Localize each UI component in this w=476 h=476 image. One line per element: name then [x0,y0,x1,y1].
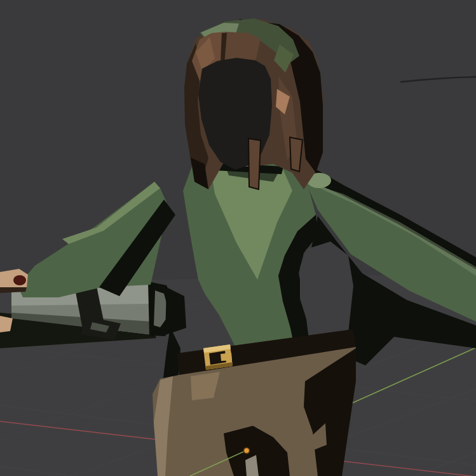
head [184,18,323,189]
origin-marker-dot [244,448,249,453]
belt-buckle [203,344,233,370]
hand-dark-red-patch [13,275,26,285]
hair-strand-left [248,139,261,189]
origin-marker[interactable] [243,447,250,454]
viewport-3d[interactable] [0,0,476,476]
buckle-tongue [221,353,232,361]
viewport-canvas[interactable] [0,0,476,476]
